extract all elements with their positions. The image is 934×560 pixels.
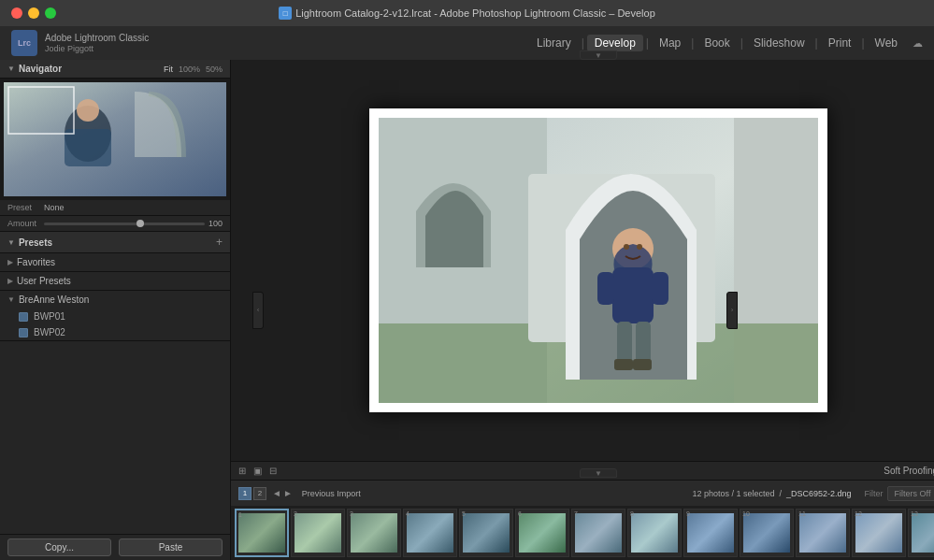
- navigator-triangle: ▼: [7, 65, 15, 73]
- user-presets-tri: ▶: [7, 277, 13, 285]
- thumbnail-2[interactable]: 2: [291, 509, 345, 557]
- title-bar: □ Lightroom Catalog-2-v12.lrcat - Adobe …: [0, 0, 934, 26]
- close-button[interactable]: [11, 7, 22, 19]
- presets-group-breanne: ▼ BreAnne Weston BWP01 BWP02: [0, 291, 230, 341]
- nav-develop[interactable]: Develop: [587, 35, 643, 51]
- favorites-tri: ▶: [7, 258, 13, 266]
- main-image: [379, 118, 818, 403]
- nav-library[interactable]: Library: [529, 35, 579, 51]
- thumb-bg-11: [799, 513, 846, 553]
- nav-web[interactable]: Web: [868, 35, 905, 51]
- zoom-50[interactable]: 50%: [206, 65, 223, 74]
- nav-map[interactable]: Map: [652, 35, 688, 51]
- thumbnail-12[interactable]: 12: [852, 509, 906, 557]
- user-name: Jodie Piggott: [45, 44, 149, 54]
- paste-button[interactable]: Paste: [119, 538, 223, 556]
- next-arrow[interactable]: ►: [283, 488, 293, 498]
- nav-print[interactable]: Print: [821, 35, 859, 51]
- svg-rect-0: [4, 82, 226, 196]
- center-area: ▼ ⊞ ▣ ⊟ Soft Proofing ▼ 1 2 ◄ ► Previous…: [231, 60, 934, 560]
- svg-rect-13: [652, 272, 668, 305]
- thumb-bg-4: [407, 513, 453, 553]
- cloud-icon[interactable]: ☁: [912, 37, 923, 50]
- thumb-bg-1: [238, 513, 285, 553]
- zoom-fit[interactable]: Fit: [164, 65, 173, 74]
- collapse-left-arrow[interactable]: ‹: [252, 292, 264, 329]
- window-title: □ Lightroom Catalog-2-v12.lrcat - Adobe …: [279, 7, 655, 20]
- nav-book[interactable]: Book: [697, 35, 737, 51]
- thumbnail-4[interactable]: 4: [403, 509, 457, 557]
- copy-button[interactable]: Copy...: [7, 538, 111, 556]
- minimize-button[interactable]: [28, 7, 39, 19]
- filter-select[interactable]: Filters Off: [887, 486, 934, 501]
- grid-view-icon[interactable]: ⊞: [238, 466, 246, 476]
- presets-group-favorites: ▶ Favorites: [0, 253, 230, 272]
- amount-value: 100: [208, 219, 223, 228]
- filter-label: Filter: [865, 489, 884, 498]
- navigator-title: Navigator: [19, 64, 164, 74]
- svg-point-18: [624, 244, 629, 250]
- presets-list: ▶ Favorites ▶ User Presets ▼ BreAnne Wes…: [0, 253, 230, 533]
- maximize-button[interactable]: [45, 7, 56, 19]
- prev-import[interactable]: Previous Import: [302, 489, 361, 498]
- thumb-bg-5: [463, 513, 510, 553]
- thumbnail-5[interactable]: 5: [459, 509, 513, 557]
- svg-rect-16: [614, 359, 633, 370]
- bwp02-label: BWP02: [34, 327, 65, 337]
- top-collapse-arrow[interactable]: ▼: [580, 50, 617, 60]
- amount-slider[interactable]: [44, 223, 205, 225]
- preset-item-bwp01[interactable]: BWP01: [0, 309, 230, 324]
- selection-info: 12 photos / 1 selected / _DSC6952-2.dng: [692, 489, 851, 498]
- app-name: Adobe Lightroom Classic: [45, 33, 149, 44]
- thumbnail-13[interactable]: 13: [908, 509, 934, 557]
- soft-proofing-label: Soft Proofing: [884, 466, 934, 476]
- main-image-svg: [379, 118, 818, 403]
- presets-group-user: ▶ User Presets: [0, 272, 230, 291]
- svg-rect-11: [612, 267, 654, 323]
- thumbnail-6[interactable]: 6: [515, 509, 569, 557]
- thumbnail-11[interactable]: 11: [796, 509, 850, 557]
- thumbnail-3[interactable]: 3: [347, 509, 401, 557]
- svg-rect-15: [636, 322, 651, 364]
- presets-header[interactable]: ▼ Presets +: [0, 232, 230, 253]
- presets-group-favorites-header[interactable]: ▶ Favorites: [0, 253, 230, 271]
- bwp02-checkbox[interactable]: [19, 328, 28, 337]
- window-controls[interactable]: [11, 7, 56, 19]
- thumb-bg-9: [687, 513, 734, 553]
- collapse-right-arrow[interactable]: ›: [726, 292, 738, 329]
- presets-group-breanne-header[interactable]: ▼ BreAnne Weston: [0, 291, 230, 309]
- svg-rect-17: [633, 359, 652, 370]
- preset-item-bwp02[interactable]: BWP02: [0, 324, 230, 340]
- page-1[interactable]: 1: [238, 487, 251, 500]
- thumbnail-1[interactable]: 1: [235, 509, 289, 557]
- thumb-bg-8: [631, 513, 678, 553]
- thumb-bg-12: [855, 513, 902, 553]
- add-preset-button[interactable]: +: [216, 236, 223, 249]
- thumbnail-9[interactable]: 9: [683, 509, 738, 557]
- thumbnail-7[interactable]: 7: [571, 509, 625, 557]
- compare-icon[interactable]: ⊟: [269, 466, 277, 476]
- main-image-container: [369, 108, 827, 412]
- presets-title: Presets: [19, 237, 216, 248]
- app-info: Adobe Lightroom Classic Jodie Piggott: [45, 33, 149, 54]
- copy-paste-row: Copy... Paste: [0, 534, 230, 560]
- presets-group-user-header[interactable]: ▶ User Presets: [0, 272, 230, 290]
- navigator-thumbnail: [0, 79, 230, 200]
- nav-slideshow[interactable]: Slideshow: [746, 35, 812, 51]
- filmstrip-collapse-arrow[interactable]: ▼: [580, 468, 617, 478]
- navigator-header[interactable]: ▼ Navigator Fit 100% 50%: [0, 60, 230, 79]
- thumbnail-8[interactable]: 8: [627, 509, 682, 557]
- loupe-view-icon[interactable]: ▣: [253, 466, 262, 476]
- bwp01-checkbox[interactable]: [19, 312, 28, 322]
- image-viewer: [231, 60, 934, 461]
- filmstrip-nav-arrows: ◄ ►: [272, 488, 293, 498]
- thumbnail-10[interactable]: 10: [740, 509, 794, 557]
- zoom-100[interactable]: 100%: [179, 65, 200, 74]
- breanne-tri: ▼: [7, 295, 15, 304]
- thumb-bg-3: [351, 513, 397, 553]
- filmstrip-thumbnails: 1 2 3 4: [231, 506, 934, 560]
- amount-label: Amount: [7, 219, 40, 228]
- page-2[interactable]: 2: [253, 487, 266, 500]
- filmstrip-bar: 1 2 ◄ ► Previous Import 12 photos / 1 se…: [231, 480, 934, 506]
- prev-arrow[interactable]: ◄: [272, 488, 281, 498]
